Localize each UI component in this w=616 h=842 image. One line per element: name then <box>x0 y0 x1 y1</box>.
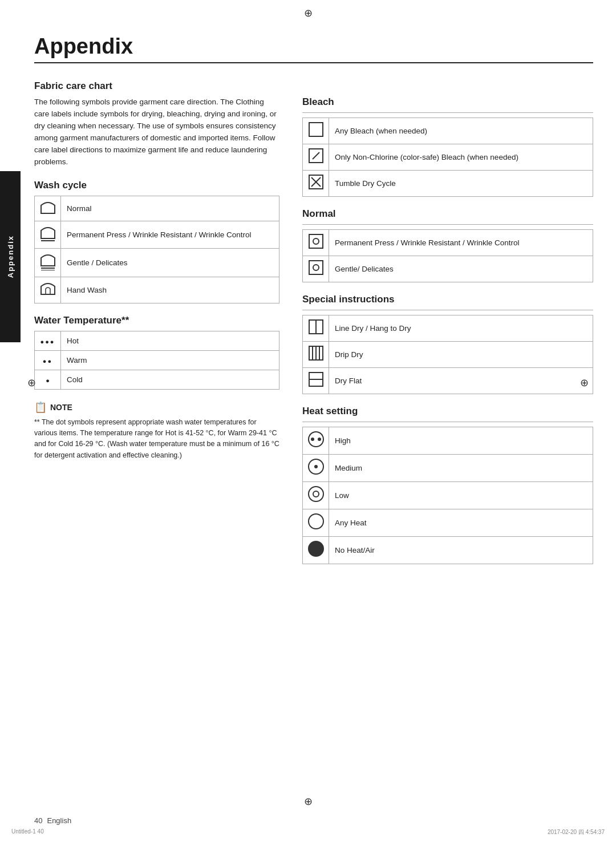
special-table: Line Dry / Hang to Dry Drip Dry <box>302 315 593 394</box>
normal-perm-icon <box>308 233 324 249</box>
heat-any-text: Any Heat <box>329 509 593 537</box>
svg-point-23 <box>311 438 314 441</box>
warm-text: Warm <box>61 350 279 370</box>
svg-rect-11 <box>309 261 323 274</box>
wash-gentle-icon-cell <box>35 248 61 277</box>
reg-mark-bottom: ⊕ <box>304 795 313 808</box>
heat-high-text: High <box>329 427 593 455</box>
heat-low-icon <box>307 485 325 503</box>
note-heading-container: 📋 NOTE <box>34 401 279 414</box>
side-tab: Appendix <box>0 171 21 342</box>
bleach-any-text: Any Bleach (when needed) <box>329 118 593 144</box>
right-column: Bleach Any Bleach (when needed) <box>302 96 593 576</box>
si-line-icon <box>308 319 324 335</box>
svg-point-30 <box>309 541 323 556</box>
svg-point-26 <box>314 465 318 468</box>
warm-icon-cell: ●● <box>35 350 61 370</box>
svg-point-22 <box>309 432 323 447</box>
svg-point-27 <box>309 487 323 501</box>
normal-rule <box>302 224 593 225</box>
wash-hand-text: Hand Wash <box>61 277 279 303</box>
wash-perm-icon <box>40 225 56 242</box>
side-tab-label: Appendix <box>6 235 15 278</box>
note-doc-icon: 📋 <box>34 401 47 414</box>
table-row: Permanent Press / Wrinkle Resistant / Wr… <box>35 221 279 248</box>
table-row: ●●● Hot <box>35 331 279 350</box>
heat-high-icon <box>307 431 325 448</box>
wash-perm-text: Permanent Press / Wrinkle Resistant / Wr… <box>61 221 279 248</box>
wash-perm-icon-cell <box>35 221 61 248</box>
page-number: 40 <box>34 816 42 825</box>
fabric-care-heading: Fabric care chart <box>34 80 593 92</box>
note-section: 📋 NOTE ** The dot symbols represent appr… <box>34 401 279 462</box>
bleach-no-icon <box>308 174 324 190</box>
wash-hand-icon-cell <box>35 277 61 303</box>
note-heading-text: NOTE <box>50 403 72 412</box>
heat-any-icon-cell <box>303 509 329 537</box>
note-text: ** The dot symbols represent appropriate… <box>34 417 279 462</box>
table-row: Hand Wash <box>35 277 279 303</box>
water-temp-heading: Water Temperature** <box>34 315 279 326</box>
table-row: Dry Flat <box>303 368 593 394</box>
table-row: Low <box>303 482 593 509</box>
hot-dots-icon: ●●● <box>40 338 55 345</box>
wash-cycle-table: Normal Permanent Press / Wrinkle Resista… <box>34 196 279 303</box>
normal-gentle-text: Gentle/ Delicates <box>329 256 593 282</box>
si-drip-text: Drip Dry <box>329 342 593 368</box>
bleach-nonchlorine-text: Only Non-Chlorine (color-safe) Bleach (w… <box>329 144 593 171</box>
cold-text: Cold <box>61 370 279 389</box>
wash-normal-text: Normal <box>61 196 279 221</box>
file-right: 2017-02-20 四 4:54:37 <box>548 828 605 836</box>
bleach-table: Any Bleach (when needed) Only Non-Chlori… <box>302 118 593 197</box>
heat-high-icon-cell <box>303 427 329 455</box>
title-rule <box>34 62 593 63</box>
normal-table: Permanent Press / Wrinkle Resistant / Wr… <box>302 229 593 282</box>
table-row: Any Heat <box>303 509 593 537</box>
bleach-any-icon <box>308 122 324 137</box>
bleach-nonchlorine-icon-cell <box>303 144 329 171</box>
file-left: Untitled-1 40 <box>11 828 44 836</box>
bleach-rule <box>302 112 593 113</box>
normal-gentle-icon-cell <box>303 256 329 282</box>
heat-any-icon <box>307 513 325 530</box>
table-row: Gentle/ Delicates <box>303 256 593 282</box>
heat-low-icon-cell <box>303 482 329 509</box>
table-row: Normal <box>35 196 279 221</box>
hot-icon-cell: ●●● <box>35 331 61 350</box>
svg-point-28 <box>313 491 319 497</box>
bleach-heading: Bleach <box>302 96 593 108</box>
reg-mark-top: ⊕ <box>304 7 313 19</box>
svg-rect-9 <box>309 234 323 248</box>
special-rule <box>302 310 593 310</box>
si-line-text: Line Dry / Hang to Dry <box>329 315 593 342</box>
warm-dots-icon: ●● <box>43 358 52 365</box>
normal-perm-icon-cell <box>303 230 329 256</box>
wash-normal-icon <box>40 200 56 214</box>
table-row: Tumble Dry Cycle <box>303 171 593 197</box>
bleach-no-icon-cell <box>303 171 329 197</box>
reg-mark-left: ⊕ <box>27 377 36 389</box>
svg-point-24 <box>318 438 321 441</box>
heat-heading: Heat setting <box>302 406 593 417</box>
heat-medium-icon-cell <box>303 455 329 482</box>
si-flat-text: Dry Flat <box>329 368 593 394</box>
wash-cycle-heading: Wash cycle <box>34 180 279 191</box>
table-row: Gentle / Delicates <box>35 248 279 277</box>
table-row: Any Bleach (when needed) <box>303 118 593 144</box>
language-label: English <box>47 816 71 825</box>
wash-gentle-icon <box>40 252 56 270</box>
bleach-any-icon-cell <box>303 118 329 144</box>
table-row: Drip Dry <box>303 342 593 368</box>
normal-perm-text: Permanent Press / Wrinkle Resistant / Wr… <box>329 230 593 256</box>
svg-point-29 <box>309 514 323 529</box>
intro-paragraph: The following symbols provide garment ca… <box>34 96 279 168</box>
table-row: Permanent Press / Wrinkle Resistant / Wr… <box>303 230 593 256</box>
si-drip-icon <box>308 345 324 361</box>
table-row: ● Cold <box>35 370 279 389</box>
cold-icon-cell: ● <box>35 370 61 389</box>
wash-hand-icon <box>40 281 56 297</box>
heat-no-icon-cell <box>303 537 329 564</box>
table-row: Only Non-Chlorine (color-safe) Bleach (w… <box>303 144 593 171</box>
heat-medium-icon <box>307 458 325 475</box>
footer-meta: Untitled-1 40 2017-02-20 四 4:54:37 <box>0 828 616 836</box>
